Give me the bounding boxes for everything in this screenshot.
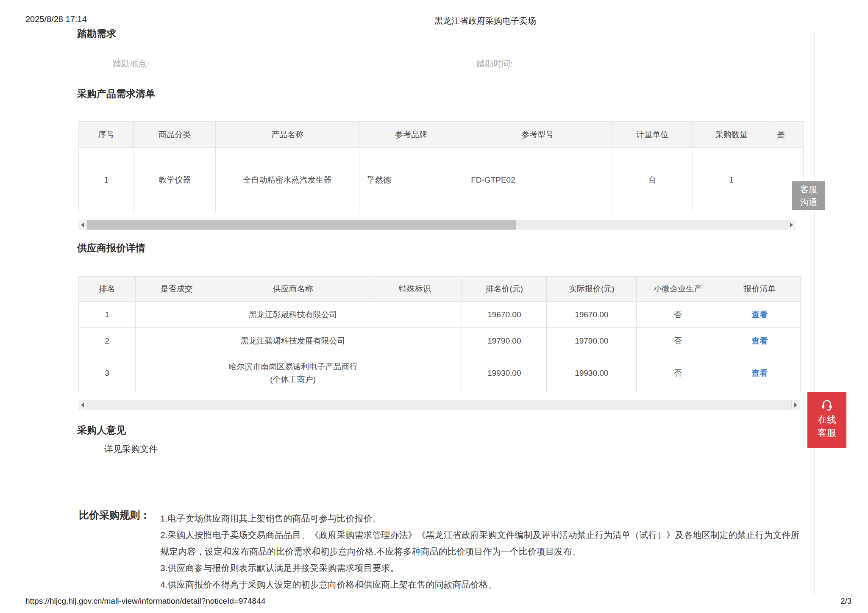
- cell-category: 教学仪器: [134, 148, 216, 212]
- header-deal-status: 是否成交: [135, 277, 218, 302]
- scroll-left-button[interactable]: [78, 220, 87, 230]
- online-service-badge[interactable]: 在线 客服: [807, 392, 846, 448]
- cell-rank-price: 19790.00: [462, 328, 547, 354]
- product-row: 1 教学仪器 全自动精密水蒸汽发生器 孚然德 FD-GTPE02 台 1: [79, 148, 804, 212]
- product-list-heading: 采购产品需求清单: [77, 87, 155, 100]
- quote-table-wrap: 排名 是否成交 供应商名称 特殊标识 排名价(元) 实际报价(元) 小微企业生产…: [78, 276, 801, 392]
- scroll-right-icon: [794, 402, 797, 408]
- survey-heading: 踏勘需求: [77, 27, 116, 40]
- buyer-opinion-heading: 采购人意见: [77, 424, 126, 437]
- rules-label: 比价采购规则：: [79, 508, 150, 522]
- cell-deal-status: [135, 354, 218, 392]
- quote-row: 1 黑龙江彰晟科技有限公司 19670.00 19670.00 否 查看: [79, 302, 801, 328]
- cell-special-mark: [368, 354, 462, 392]
- scroll-right-icon: [790, 222, 793, 227]
- cell-quantity: 1: [693, 148, 770, 212]
- cell-actual-price: 19670.00: [547, 302, 637, 328]
- cell-special-mark: [368, 328, 462, 354]
- print-preview-page: 2025/8/28 17:14 黑龙江省政府采购电子卖场 踏勘需求 踏勘地点: …: [0, 0, 868, 613]
- print-page-number: 2/3: [840, 596, 851, 606]
- header-quantity: 采购数量: [693, 122, 770, 148]
- cell-deal-status: [135, 302, 218, 328]
- quote-row: 2 黑龙江碧珺科技发展有限公司 19790.00 19790.00 否 查看: [79, 328, 801, 354]
- quote-table: 排名 是否成交 供应商名称 特殊标识 排名价(元) 实际报价(元) 小微企业生产…: [78, 276, 801, 392]
- rules-list: 1.电子卖场供应商用其上架销售的商品可参与比价报价。 2.采购人按照电子卖场交易…: [160, 510, 804, 593]
- print-url: https://hljcg.hlj.gov.cn/mall-view/infor…: [25, 596, 265, 606]
- customer-chat-badge[interactable]: 客服 沟通: [792, 181, 825, 210]
- buyer-opinion-text: 详见采购文件: [104, 443, 158, 455]
- header-quote-list: 报价清单: [719, 277, 801, 302]
- scroll-left-icon: [81, 222, 84, 227]
- header-ref-model: 参考型号: [463, 122, 612, 148]
- scrollbar-thumb[interactable]: [87, 220, 516, 230]
- view-quote-link[interactable]: 查看: [752, 310, 768, 319]
- cell-special-mark: [368, 302, 462, 328]
- header-index: 序号: [79, 122, 134, 148]
- cell-actual-price: 19930.00: [547, 354, 637, 392]
- online-service-label: 在线 客服: [807, 413, 846, 439]
- scroll-right-button[interactable]: [787, 220, 796, 230]
- header-clipped: 是: [770, 122, 804, 148]
- header-product-name: 产品名称: [215, 122, 359, 148]
- cell-supplier-name: 黑龙江碧珺科技发展有限公司: [218, 328, 368, 354]
- header-unit: 计量单位: [612, 122, 693, 148]
- page-title: 黑龙江省政府采购电子卖场: [434, 15, 536, 27]
- header-special-mark: 特殊标识: [368, 277, 462, 302]
- header-category: 商品分类: [134, 122, 216, 148]
- cell-actual-price: 19790.00: [547, 328, 637, 354]
- rule-item-2: 2.采购人按照电子卖场交易商品品目、《政府采购需求管理办法》《黑龙江省政府采购文…: [160, 527, 804, 560]
- cell-rank: 1: [79, 302, 136, 328]
- product-table-wrap: 序号 商品分类 产品名称 参考品牌 参考型号 计量单位 采购数量 是 1 教学仪…: [78, 121, 804, 212]
- product-table: 序号 商品分类 产品名称 参考品牌 参考型号 计量单位 采购数量 是 1 教学仪…: [78, 121, 804, 212]
- scroll-left-icon: [81, 402, 84, 408]
- cell-small-micro: 否: [637, 328, 719, 354]
- cell-ref-brand: 孚然德: [359, 148, 463, 212]
- cell-rank: 3: [79, 354, 136, 392]
- rule-item-3: 3.供应商参与报价则表示默认满足并接受采购需求项目要求。: [160, 560, 804, 576]
- header-ref-brand: 参考品牌: [359, 122, 463, 148]
- cell-rank-price: 19670.00: [462, 302, 547, 328]
- headset-icon: [820, 397, 834, 411]
- cell-rank-price: 19930.00: [462, 354, 547, 392]
- rule-item-1: 1.电子卖场供应商用其上架销售的商品可参与比价报价。: [160, 510, 804, 527]
- cell-rank: 2: [79, 328, 136, 354]
- view-quote-link[interactable]: 查看: [752, 336, 768, 345]
- header-rank-price: 排名价(元): [462, 277, 547, 302]
- header-supplier-name: 供应商名称: [218, 277, 368, 302]
- print-datetime: 2025/8/28 17:14: [25, 14, 87, 24]
- cell-small-micro: 否: [637, 354, 719, 392]
- rule-item-4: 4.供应商报价不得高于采购人设定的初步意向价格和供应商上架在售的同款商品价格。: [160, 576, 804, 593]
- quote-table-scrollbar[interactable]: [78, 400, 800, 410]
- cell-supplier-name: 黑龙江彰晟科技有限公司: [218, 302, 368, 328]
- cell-unit: 台: [612, 148, 693, 212]
- header-actual-price: 实际报价(元): [547, 277, 637, 302]
- quote-row: 3 哈尔滨市南岗区易诺利电子产品商行 (个体工商户) 19930.00 1993…: [79, 354, 801, 392]
- product-table-scrollbar[interactable]: [78, 220, 796, 230]
- survey-location-label: 踏勘地点:: [113, 58, 149, 69]
- scroll-right-button[interactable]: [791, 400, 800, 410]
- cell-deal-status: [135, 328, 218, 354]
- cell-ref-model: FD-GTPE02: [463, 148, 612, 212]
- survey-time-label: 踏勘时间:: [476, 58, 513, 69]
- header-small-micro: 小微企业生产: [637, 277, 719, 302]
- view-quote-link[interactable]: 查看: [752, 369, 768, 377]
- cell-small-micro: 否: [637, 302, 719, 328]
- header-rank: 排名: [79, 277, 136, 302]
- scroll-left-button[interactable]: [78, 400, 87, 410]
- cell-product-name: 全自动精密水蒸汽发生器: [215, 148, 359, 212]
- quotes-heading: 供应商报价详情: [77, 241, 145, 255]
- cell-index: 1: [79, 148, 134, 212]
- cell-supplier-name: 哈尔滨市南岗区易诺利电子产品商行 (个体工商户): [218, 354, 368, 392]
